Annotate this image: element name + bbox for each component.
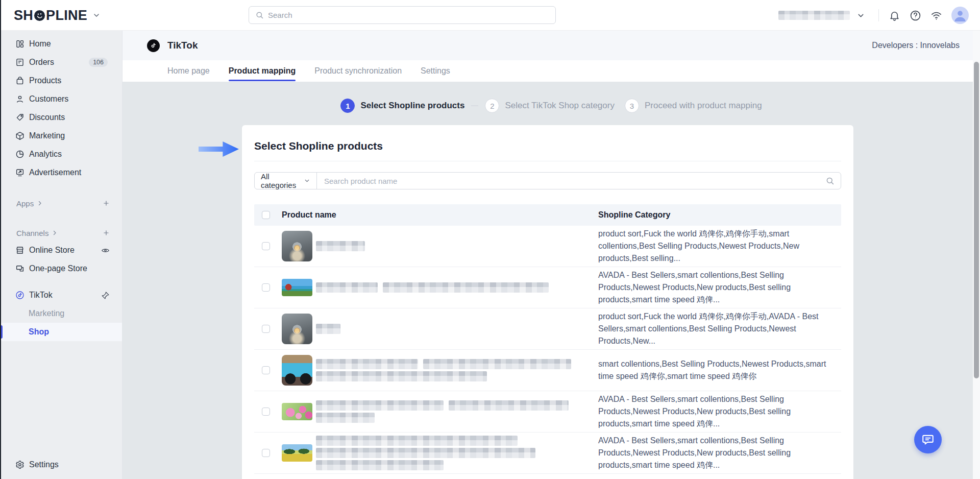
search-icon	[255, 11, 264, 19]
sidebar-item-home[interactable]: Home	[0, 35, 122, 53]
sub-item-label: Shop	[29, 327, 49, 337]
product-image	[282, 231, 312, 261]
help-icon[interactable]	[910, 10, 921, 21]
sidebar-item-marketing[interactable]: Marketing	[0, 127, 122, 145]
sidebar-item-products[interactable]: Products	[0, 71, 122, 90]
sidebar-item-label: TikTok	[29, 291, 53, 300]
product-image	[282, 279, 312, 296]
chevron-down-icon	[304, 177, 310, 184]
step-label: Select Shopline products	[360, 101, 464, 111]
row-checkbox[interactable]	[262, 325, 270, 333]
sidebar-item-tiktok[interactable]: TikTok	[0, 286, 122, 304]
chevron-right-icon	[37, 200, 43, 206]
tab-label: Product mapping	[229, 66, 296, 76]
row-checkbox[interactable]	[262, 408, 270, 416]
table-row[interactable]: AVADA - Best Sellers,smart collentions,B…	[254, 267, 841, 308]
product-category: smart collentions,Best Selling Products,…	[598, 358, 841, 382]
network-status-icon[interactable]	[930, 10, 942, 21]
product-search-input[interactable]	[324, 177, 825, 185]
table-row[interactable]: product sort,Fuck the world 鸡俾你,鸡俾你手动,sm…	[254, 226, 841, 267]
sidebar-item-online-store[interactable]: Online Store	[0, 241, 122, 259]
sidebar-item-label: Advertisement	[29, 168, 81, 177]
sidebar: Home Orders 106 Products Customers Disco…	[0, 31, 122, 479]
table-row[interactable]: smart collentions,Best Selling Products,…	[254, 350, 841, 391]
tab-product-mapping[interactable]: Product mapping	[229, 60, 296, 82]
main-area: TikTok Developers : Innovelabs Home page…	[122, 31, 980, 479]
sidebar-section-apps[interactable]: Apps	[0, 197, 122, 209]
table-row[interactable]: product sort,Fuck the world 鸡俾你,鸡俾你手动,AV…	[254, 308, 841, 350]
table-row[interactable]: AVADA - Best Sellers,smart collentions,B…	[254, 391, 841, 433]
one-page-store-icon	[15, 264, 24, 273]
sidebar-item-orders[interactable]: Orders 106	[0, 53, 122, 71]
chat-bubble-icon	[921, 433, 935, 446]
marketing-cube-icon	[15, 131, 24, 140]
sidebar-item-analytics[interactable]: Analytics	[0, 145, 122, 163]
sidebar-item-advertisement[interactable]: Advertisement	[0, 163, 122, 182]
sidebar-item-label: Settings	[29, 460, 59, 469]
shopline-logo[interactable]: SH PLINE	[14, 0, 101, 31]
tab-home-page[interactable]: Home page	[167, 60, 210, 82]
select-all-checkbox[interactable]	[262, 211, 270, 219]
step-connector	[471, 105, 478, 106]
sidebar-item-label: Analytics	[29, 150, 62, 159]
search-icon[interactable]	[825, 176, 835, 185]
product-image	[282, 403, 312, 420]
notifications-bell-icon[interactable]	[889, 10, 900, 21]
home-dashboard-icon	[15, 39, 24, 49]
pin-icon[interactable]	[101, 291, 110, 300]
active-tab-underline	[229, 80, 296, 81]
tab-settings[interactable]: Settings	[421, 60, 450, 82]
product-name-redacted	[316, 240, 365, 252]
row-checkbox[interactable]	[262, 449, 270, 457]
category-filter-value: All categories	[261, 172, 304, 189]
sidebar-item-tiktok-marketing[interactable]: Marketing	[0, 304, 122, 323]
sidebar-section-channels[interactable]: Channels	[0, 227, 122, 239]
global-search	[249, 6, 556, 24]
sub-item-label: Marketing	[29, 309, 64, 318]
settings-gear-icon	[15, 460, 24, 469]
account-chevron-down-icon[interactable]	[856, 11, 865, 20]
apps-section-label: Apps	[16, 199, 34, 208]
step-3-proceed-mapping: 3 Proceed with product mapping	[625, 99, 762, 113]
global-search-input[interactable]	[268, 11, 549, 19]
avatar-person-icon	[951, 7, 969, 24]
sidebar-item-label: Discounts	[29, 113, 65, 122]
chevron-down-icon[interactable]	[92, 11, 101, 19]
product-selection-card: Select Shopline products All categories …	[242, 125, 853, 479]
topbar: SH PLINE	[0, 0, 980, 31]
product-image	[282, 314, 312, 344]
step-label: Select TikTok Shop category	[505, 101, 615, 111]
chevron-right-icon	[52, 230, 58, 236]
table-row[interactable]: AVADA - Best Sellers,smart collentions,B…	[254, 433, 841, 474]
account-name-redacted[interactable]	[778, 11, 850, 20]
sidebar-item-one-page-store[interactable]: One-page Store	[0, 259, 122, 278]
live-chat-button[interactable]	[914, 426, 942, 453]
sidebar-item-tiktok-shop[interactable]: Shop	[0, 323, 122, 341]
sidebar-item-customers[interactable]: Customers	[0, 90, 122, 108]
row-checkbox[interactable]	[262, 366, 270, 374]
product-name-redacted	[316, 281, 549, 294]
row-checkbox[interactable]	[262, 242, 270, 250]
customers-person-icon	[15, 94, 24, 104]
product-table: Product name Shopline Category product s…	[254, 204, 841, 474]
app-header: TikTok Developers : Innovelabs	[122, 31, 980, 60]
product-name-redacted	[316, 435, 535, 471]
product-image	[282, 444, 312, 462]
sidebar-item-label: Online Store	[29, 246, 75, 255]
eye-visibility-icon[interactable]	[101, 246, 110, 255]
row-checkbox[interactable]	[262, 283, 270, 292]
category-filter-dropdown[interactable]: All categories	[255, 173, 317, 189]
add-app-plus-icon[interactable]	[103, 200, 110, 207]
annotation-arrow	[199, 141, 239, 157]
step-number: 2	[485, 99, 499, 113]
page-scrollbar-thumb[interactable]	[974, 62, 979, 378]
card-title: Select Shopline products	[254, 125, 841, 152]
add-channel-plus-icon[interactable]	[103, 229, 110, 236]
topbar-right-cluster	[778, 0, 980, 31]
sidebar-item-settings[interactable]: Settings	[0, 456, 122, 474]
sidebar-item-discounts[interactable]: Discounts	[0, 108, 122, 127]
user-avatar[interactable]	[951, 7, 969, 24]
product-category: AVADA - Best Sellers,smart collentions,B…	[598, 393, 841, 430]
logo-smiley-o-icon	[34, 10, 45, 21]
tab-product-synchronization[interactable]: Product synchronization	[314, 60, 402, 82]
